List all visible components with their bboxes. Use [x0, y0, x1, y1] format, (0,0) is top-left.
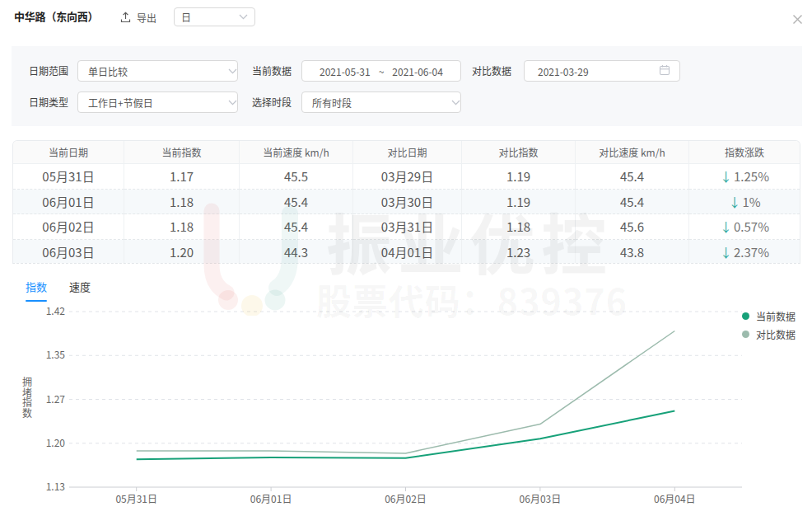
x-tick-label: 06月03日: [520, 491, 562, 505]
change-percent: 1%: [742, 193, 760, 210]
arrow-down-icon: ↓: [728, 193, 740, 210]
compare-date-value: 2021-03-29: [525, 64, 659, 78]
tab-speed[interactable]: 速度: [69, 279, 91, 302]
table-cell-current-speed: 45.5: [240, 164, 353, 190]
date-range-select[interactable]: 单日比较: [77, 60, 238, 82]
table-header-cell: 当前速度 km/h: [240, 141, 353, 164]
date-range-label: 日期范围: [29, 60, 68, 82]
current-date-range-picker[interactable]: 2021-05-31~2021-06-04: [301, 60, 461, 82]
granularity-value: 日: [181, 10, 239, 24]
y-tick-label: 1.35: [46, 347, 66, 361]
table-header-row: 当前日期 当前指数 当前速度 km/h 对比日期 对比指数 对比速度 km/h …: [13, 141, 800, 164]
table-cell-current-date: 06月03日: [13, 240, 124, 265]
table-row: 06月01日 1.18 45.4 03月30日 1.19 45.4 ↓1%: [13, 190, 800, 215]
arrow-down-icon: ↓: [720, 218, 732, 235]
table-header-cell: 对比日期: [353, 141, 462, 164]
filter-panel: [12, 46, 802, 126]
export-label: 导出: [137, 11, 156, 25]
table-cell-index-change: ↓0.57%: [689, 214, 800, 240]
series-line-1: [137, 331, 675, 453]
granularity-select[interactable]: 日: [174, 7, 255, 26]
y-tick-label: 1.13: [46, 479, 65, 493]
chevron-down-icon: [228, 68, 237, 74]
change-percent: 2.37%: [734, 243, 769, 260]
current-data-label: 当前数据: [252, 60, 292, 82]
table-header-cell: 对比速度 km/h: [576, 141, 689, 164]
table-header-cell: 指数涨跌: [689, 141, 800, 164]
table-cell-compare-speed: 45.4: [576, 164, 689, 190]
chevron-down-icon: [228, 100, 237, 106]
page-title: 中华路（东向西）: [14, 9, 98, 24]
date-type-label: 日期类型: [29, 91, 68, 113]
table-cell-compare-index: 1.19: [462, 190, 576, 215]
table-cell-compare-speed: 45.4: [576, 190, 689, 215]
table-cell-compare-speed: 43.8: [576, 240, 689, 265]
table-header-cell: 当前日期: [13, 141, 124, 164]
legend-dot-compare: [742, 331, 749, 338]
export-button[interactable]: 导出: [120, 7, 156, 27]
table-cell-current-date: 06月02日: [13, 214, 124, 240]
table-cell-compare-index: 1.23: [462, 240, 576, 265]
table-cell-index-change: ↓1%: [689, 190, 800, 215]
table-cell-current-date: 05月31日: [13, 164, 124, 190]
table-row: 06月02日 1.18 45.4 03月31日 1.18 45.6 ↓0.57%: [13, 214, 800, 240]
x-tick-label: 06月01日: [250, 491, 292, 505]
compare-data-label: 对比数据: [472, 60, 511, 82]
close-button[interactable]: [791, 12, 804, 26]
time-period-label: 选择时段: [252, 91, 292, 113]
table-cell-index-change: ↓1.25%: [689, 164, 800, 190]
table-header-cell: 当前指数: [124, 141, 240, 164]
traffic-comparison-panel: 中华路（东向西） 导出 日 日期范围 单日比较 当前数据 2021-05-31~…: [0, 0, 812, 530]
x-tick-label: 05月31日: [115, 491, 157, 505]
brand-logo-watermark: [200, 200, 303, 316]
table-cell-compare-index: 1.18: [462, 214, 576, 240]
legend-item-current[interactable]: 当前数据: [742, 309, 796, 323]
table-cell-current-index: 1.17: [124, 164, 240, 190]
comparison-table: 当前日期 当前指数 当前速度 km/h 对比日期 对比指数 对比速度 km/h …: [12, 140, 800, 264]
y-axis-title: 拥堵指数: [17, 377, 37, 418]
table-header-cell: 对比指数: [462, 141, 576, 164]
x-tick-label: 06月04日: [654, 491, 696, 505]
table-cell-compare-date: 03月30日: [353, 190, 462, 215]
y-tick-label: 1.20: [46, 435, 66, 449]
arrow-down-icon: ↓: [720, 243, 732, 260]
x-tick-label: 06月02日: [385, 491, 427, 505]
table-row: 06月03日 1.20 44.3 04月01日 1.23 43.8 ↓2.37%: [13, 240, 800, 265]
export-icon: [120, 12, 131, 23]
range-separator: ~: [379, 64, 385, 78]
table-cell-compare-date: 03月31日: [353, 214, 462, 240]
calendar-icon: [659, 64, 670, 76]
y-tick-label: 1.27: [46, 392, 66, 406]
current-end-date: 2021-06-04: [392, 64, 443, 78]
table-cell-index-change: ↓2.37%: [689, 240, 800, 265]
table-cell-compare-speed: 45.6: [576, 214, 689, 240]
arrow-down-icon: ↓: [720, 167, 732, 185]
y-tick-label: 1.42: [46, 303, 66, 317]
close-icon: [792, 14, 803, 25]
change-percent: 1.25%: [734, 167, 769, 185]
compare-date-picker[interactable]: 2021-03-29: [524, 60, 680, 82]
legend-item-compare[interactable]: 对比数据: [742, 327, 796, 341]
watermark-stock-code: 股票代码：839376: [0, 279, 812, 320]
chevron-down-icon: [451, 100, 460, 106]
table-cell-current-date: 06月01日: [13, 190, 124, 215]
legend-dot-current: [742, 312, 749, 320]
date-type-select[interactable]: 工作日+节假日: [77, 91, 238, 113]
table-cell-compare-date: 04月01日: [353, 240, 462, 265]
chart-tabs: 指数 速度: [26, 279, 91, 302]
tab-index[interactable]: 指数: [26, 279, 47, 302]
table-cell-compare-date: 03月29日: [353, 164, 462, 190]
chevron-down-icon: [239, 14, 248, 20]
table-row: 05月31日 1.17 45.5 03月29日 1.19 45.4 ↓1.25%: [13, 164, 800, 190]
time-period-select[interactable]: 所有时段: [301, 91, 461, 113]
series-line-0: [137, 411, 675, 460]
table-cell-compare-index: 1.19: [462, 164, 576, 190]
change-percent: 0.57%: [734, 218, 769, 235]
current-start-date: 2021-05-31: [320, 64, 371, 78]
